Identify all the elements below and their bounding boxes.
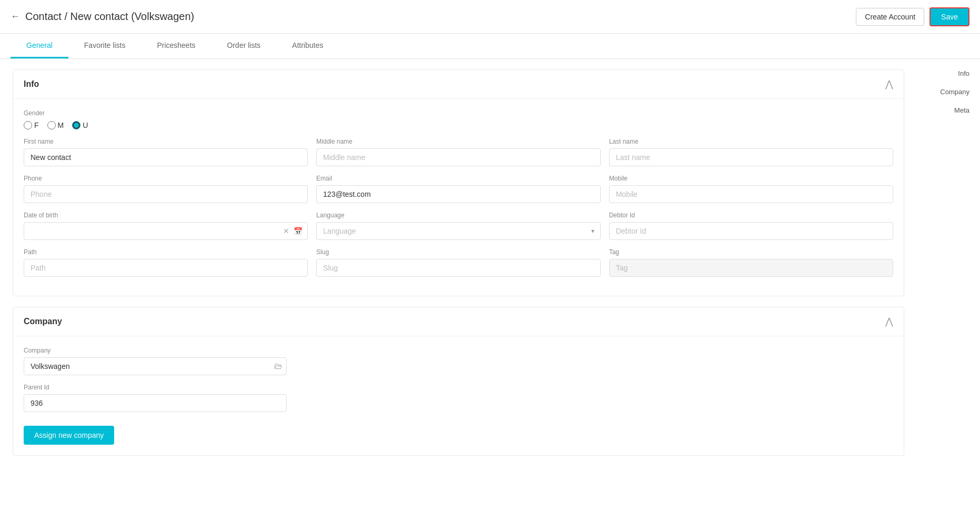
dob-lang-row: Date of birth ✕ 📅 Language [24,212,893,240]
company-input[interactable] [24,357,287,375]
info-section-header: Info ⋀ [13,70,904,99]
language-group: Language Language [316,212,600,240]
dob-group: Date of birth ✕ 📅 [24,212,308,240]
last-name-input[interactable] [609,148,893,166]
path-label: Path [24,248,308,256]
email-input[interactable] [316,185,600,203]
slug-input[interactable] [316,259,600,277]
company-section-body: Company 🗁 Parent Id [13,336,904,455]
company-group: Company 🗁 [24,347,287,375]
gender-group: Gender F M U [24,109,893,129]
debtor-id-label: Debtor Id [609,212,893,219]
last-name-group: Last name [609,138,893,166]
assign-new-company-button[interactable]: Assign new company [24,426,114,445]
dob-clear-button[interactable]: ✕ [282,226,290,236]
gender-u-label: U [83,121,88,129]
path-input[interactable] [24,259,308,277]
sidebar-link-meta[interactable]: Meta [922,106,975,114]
path-slug-tag-row: Path Slug Tag [24,248,893,277]
tab-attributes[interactable]: Attributes [276,34,339,58]
phone-group: Phone [24,175,308,203]
header: ← Contact / New contact (Volkswagen) Cre… [0,0,980,34]
dob-icons: ✕ 📅 [282,226,304,236]
last-name-label: Last name [609,138,893,145]
debtor-id-input[interactable] [609,222,893,240]
first-name-input[interactable] [24,148,308,166]
header-left: ← Contact / New contact (Volkswagen) [11,11,194,23]
company-input-wrapper: 🗁 [24,357,287,375]
parent-id-row: Parent Id [24,384,893,412]
mobile-group: Mobile [609,175,893,203]
back-arrow-icon: ← [11,11,20,22]
debtor-id-group: Debtor Id [609,212,893,240]
info-section-body: Gender F M U [13,99,904,296]
tag-label: Tag [609,248,893,256]
slug-group: Slug [316,248,600,277]
name-row: First name Middle name Last name [24,138,893,166]
dob-input[interactable] [24,222,308,240]
tab-order-lists[interactable]: Order lists [211,34,277,58]
back-button[interactable]: ← [11,11,20,22]
gender-radio-u[interactable]: U [72,121,88,129]
mobile-input[interactable] [609,185,893,203]
phone-label: Phone [24,175,308,182]
middle-name-group: Middle name [316,138,600,166]
tag-group: Tag [609,248,893,277]
sidebar-link-company[interactable]: Company [922,88,975,96]
first-name-label: First name [24,138,308,145]
tab-favorite-lists[interactable]: Favorite lists [68,34,142,58]
info-section-title: Info [24,79,39,89]
company-section-header: Company ⋀ [13,307,904,336]
sidebar-link-info[interactable]: Info [922,69,975,77]
create-account-button[interactable]: Create Account [856,8,924,26]
gender-radio-f[interactable]: F [24,121,39,129]
info-collapse-button[interactable]: ⋀ [885,78,893,90]
tag-input[interactable] [609,259,893,277]
dob-label: Date of birth [24,212,308,219]
info-section: Info ⋀ Gender F M [13,69,904,296]
slug-label: Slug [316,248,600,256]
middle-name-input[interactable] [316,148,600,166]
gender-f-label: F [34,121,39,129]
page-title: Contact / New contact (Volkswagen) [25,11,194,23]
folder-icon: 🗁 [274,362,282,370]
email-group: Email [316,175,600,203]
company-label: Company [24,347,287,354]
language-label: Language [316,212,600,219]
language-select-wrapper: Language [316,222,600,240]
company-collapse-button[interactable]: ⋀ [885,316,893,327]
middle-name-label: Middle name [316,138,600,145]
parent-id-label: Parent Id [24,384,287,391]
path-group: Path [24,248,308,277]
gender-radio-group: F M U [24,121,893,129]
email-label: Email [316,175,600,182]
mobile-label: Mobile [609,175,893,182]
company-folder-button[interactable]: 🗁 [274,362,282,371]
phone-input[interactable] [24,185,308,203]
right-sidebar: Info Company Meta [917,59,980,522]
header-right: Create Account Save [856,7,969,26]
language-select[interactable]: Language [316,222,600,240]
content-area: Info ⋀ Gender F M [0,59,917,522]
dob-calendar-button[interactable]: 📅 [292,226,304,236]
company-section: Company ⋀ Company 🗁 [13,307,904,456]
save-button[interactable]: Save [930,7,969,26]
gender-label: Gender [24,109,893,117]
company-row: Company 🗁 [24,347,893,375]
gender-radio-m[interactable]: M [47,121,64,129]
tab-pricesheets[interactable]: Pricesheets [141,34,211,58]
parent-id-input[interactable] [24,394,287,412]
main-layout: Info ⋀ Gender F M [0,59,980,522]
dob-input-wrapper: ✕ 📅 [24,222,308,240]
tab-general[interactable]: General [11,34,68,58]
tabs-bar: General Favorite lists Pricesheets Order… [0,34,980,59]
parent-id-group: Parent Id [24,384,287,412]
first-name-group: First name [24,138,308,166]
company-section-title: Company [24,317,62,326]
contact-row: Phone Email Mobile [24,175,893,203]
gender-m-label: M [58,121,64,129]
